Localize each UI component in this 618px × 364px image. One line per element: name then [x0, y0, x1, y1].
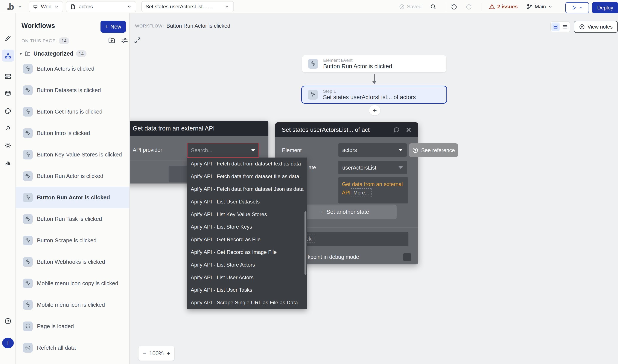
workflow-item[interactable]: Button Run Task is clicked	[16, 208, 129, 230]
rail-item-styles[interactable]	[2, 105, 14, 117]
workflow-item[interactable]: Button Get Runs is clicked	[16, 101, 129, 122]
caret-down-icon[interactable]: ▾	[20, 51, 22, 56]
rail-item-logs[interactable]	[2, 156, 14, 169]
see-reference-button[interactable]: See reference	[409, 143, 458, 157]
breakpoint-label-fragment: kpoint in debug mode	[308, 254, 359, 260]
workflow-item[interactable]: Button Actors is clicked	[16, 58, 129, 79]
rail-item-design[interactable]	[2, 32, 14, 44]
workflow-item[interactable]: Button Datasets is clicked	[16, 79, 129, 101]
click-expression-box[interactable]: Click	[293, 232, 408, 246]
new-workflow-button[interactable]: + New	[101, 21, 126, 33]
dialog-header[interactable]: Get data from an external API	[122, 121, 268, 136]
event-node[interactable]: Element Event Button Run Actor is clicke…	[302, 55, 446, 72]
api-provider-option[interactable]: Apify API - List User Tasks	[187, 284, 307, 296]
database-icon	[4, 90, 11, 97]
rail-item-backend[interactable]	[2, 70, 14, 82]
cards-view-button[interactable]	[552, 23, 560, 31]
panel-header[interactable]: Set states userActorsList... of act	[275, 122, 418, 137]
workflow-item[interactable]: Mobile menu icon copy is clicked	[16, 273, 129, 294]
mode-select[interactable]: Web	[29, 1, 63, 12]
workflow-item[interactable]: Button Key-Value Stores is clicked	[16, 144, 129, 165]
dropdown-arrow-icon[interactable]	[251, 149, 256, 152]
plug-icon	[4, 125, 11, 131]
bubble-logo[interactable]: .b	[7, 2, 14, 12]
workflow-item[interactable]: Button Webhooks is clicked	[16, 251, 129, 273]
api-provider-option[interactable]: Apify API - List User Datasets	[187, 195, 307, 208]
set-another-state-label: Set another state	[327, 208, 369, 215]
dropdown-scrollbar[interactable]	[304, 211, 306, 275]
rail-item-settings[interactable]	[2, 140, 14, 152]
search-icon[interactable]	[430, 3, 436, 10]
api-provider-search-input[interactable]	[187, 143, 259, 157]
api-provider-option[interactable]: Apify API - List Key-Value Stores	[187, 208, 307, 221]
redo-icon[interactable]	[466, 3, 472, 10]
workflow-item[interactable]: Button Run Actor is clicked	[16, 165, 129, 187]
deploy-button[interactable]: Deploy	[592, 2, 618, 13]
set-another-state-button[interactable]: + Set another state	[293, 205, 397, 219]
custom-state-select[interactable]: userActorsList	[338, 161, 407, 174]
deploy-label: Deploy	[597, 5, 613, 11]
event-icon	[25, 130, 31, 136]
step-node-selected[interactable]: Step 1 Set states userActorsList... of a…	[301, 86, 447, 104]
list-view-icon	[562, 24, 568, 30]
event-node-icon-chip	[308, 59, 318, 69]
comment-icon[interactable]	[393, 126, 400, 133]
chevron-down-icon	[579, 6, 583, 10]
avatar[interactable]: I	[2, 338, 14, 348]
zoom-out-button[interactable]: −	[143, 350, 146, 357]
api-provider-option[interactable]: Apify API - Fetch data from dataset text…	[187, 157, 307, 170]
step-node-type: Step 1	[323, 89, 416, 94]
state-value-expression[interactable]: Get data from an external APIMore...	[338, 177, 408, 204]
api-provider-option[interactable]: Apify API - Scrape Single URL as File as…	[187, 296, 307, 309]
rail-item-data[interactable]	[2, 88, 14, 100]
workflow-item[interactable]: Page is loaded	[16, 315, 129, 337]
breakpoint-checkbox[interactable]	[403, 253, 411, 261]
workflow-item[interactable]: Mobile menu icon is clicked	[16, 294, 129, 315]
chevron-down-icon	[548, 4, 553, 9]
expand-icon[interactable]	[133, 37, 141, 44]
cursor-icon	[310, 92, 316, 98]
api-provider-option[interactable]: Apify API - Fetch data from dataset Json…	[187, 183, 307, 195]
api-provider-option[interactable]: Apify API - List Store Keys	[187, 221, 307, 233]
expression-more-button[interactable]: More...	[351, 188, 371, 197]
page-select[interactable]: actors	[66, 1, 136, 12]
add-step-button[interactable]: +	[369, 105, 380, 116]
workflow-item[interactable]: Refetch all data	[16, 337, 129, 358]
rail-item-plugins[interactable]	[2, 122, 14, 134]
api-provider-option[interactable]: Apify API - Get Record as Image File	[187, 246, 307, 259]
folder-uncategorized[interactable]: ▾ Uncategorized 14	[20, 50, 87, 57]
issues-button[interactable]: 2 issues	[489, 3, 518, 10]
folder-plus-icon[interactable]	[108, 37, 116, 44]
preview-button[interactable]	[565, 2, 589, 13]
api-provider-option[interactable]: Apify API - Fetch data from dataset file…	[187, 170, 307, 183]
chevron-down-icon	[224, 4, 230, 9]
api-provider-option[interactable]: Apify API - Get Record as File	[187, 233, 307, 246]
filter-sliders-icon[interactable]	[121, 37, 128, 44]
api-provider-dropdown: Apify API - Fetch data from dataset text…	[187, 157, 307, 309]
gear-icon	[4, 142, 11, 149]
workflow-select[interactable]: Set states userActorsList... ...	[141, 1, 234, 12]
workflows-panel: Workflows + New ON THIS PAGE 14 ▾ Uncate…	[16, 13, 130, 364]
view-notes-button[interactable]: View notes	[574, 21, 618, 33]
on-this-page-label: ON THIS PAGE	[22, 38, 56, 43]
undo-icon[interactable]	[451, 3, 457, 10]
workflow-item-icon-chip	[23, 107, 33, 117]
rail-item-help[interactable]	[2, 315, 14, 327]
plus-icon: +	[373, 106, 377, 115]
workflow-item[interactable]: Button Scrape is clicked	[16, 230, 129, 251]
api-provider-option[interactable]: Apify API - List Store Actors	[187, 259, 307, 271]
close-icon[interactable]	[405, 127, 412, 133]
branch-select[interactable]: Main	[526, 4, 553, 10]
api-provider-option[interactable]: Apify API - List User Actors	[187, 271, 307, 284]
custom-state-label-fragment: ate	[309, 164, 316, 171]
workflow-item[interactable]: Button Intro is clicked	[16, 122, 129, 144]
git-branch-icon	[526, 4, 533, 10]
list-view-button[interactable]	[561, 23, 569, 31]
divider	[446, 3, 446, 11]
element-select-value: actors	[342, 147, 357, 153]
element-select[interactable]: actors	[338, 143, 407, 157]
zoom-in-button[interactable]: +	[167, 350, 170, 357]
workflow-item[interactable]: Button Run Actor is clicked	[16, 187, 129, 208]
chevron-down-icon[interactable]	[17, 4, 23, 9]
rail-item-workflow[interactable]	[2, 50, 14, 62]
